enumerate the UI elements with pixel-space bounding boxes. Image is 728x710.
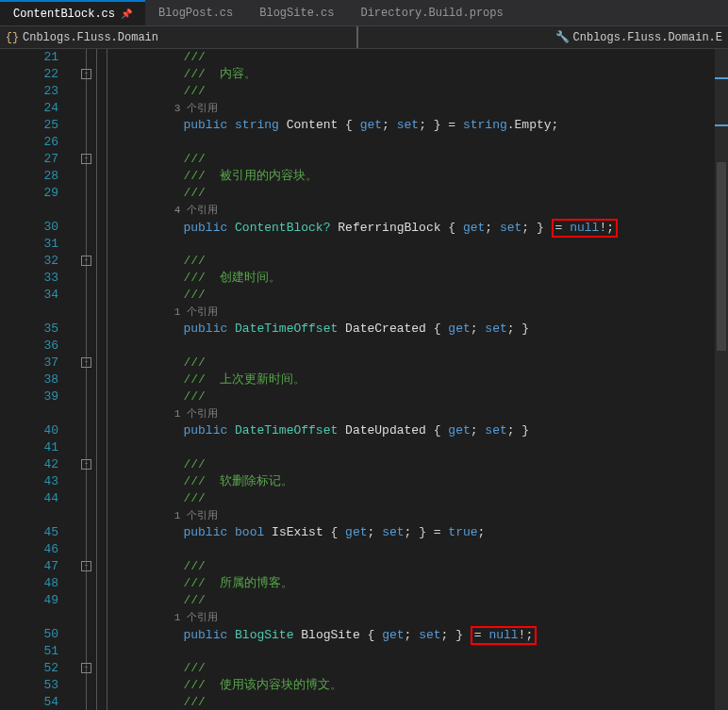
fold-toggle[interactable]: - — [81, 357, 91, 368]
line-number — [0, 405, 58, 422]
outline-row — [66, 219, 123, 236]
fold-toggle[interactable]: - — [81, 459, 91, 470]
code-line[interactable] — [124, 338, 728, 355]
tab-directory-build-props[interactable]: Directory.Build.props — [347, 0, 516, 25]
line-numbers: 2122232425262728293031323334353637383940… — [0, 49, 66, 710]
code-line[interactable] — [124, 134, 728, 151]
code-line[interactable]: /// — [124, 490, 728, 507]
fold-toggle[interactable]: - — [81, 561, 91, 571]
code-line[interactable]: 1 个引用 — [124, 405, 728, 422]
line-number: 36 — [0, 338, 58, 355]
outline-row: - — [66, 66, 123, 83]
code-line[interactable] — [124, 236, 728, 253]
code-line[interactable]: /// — [124, 355, 728, 372]
line-number: 28 — [0, 168, 58, 185]
outline-row — [66, 185, 123, 202]
code-line[interactable]: public BlogSite BlogSite { get; set; } =… — [124, 626, 728, 643]
outline-row — [66, 592, 123, 609]
line-number: 49 — [0, 592, 58, 609]
code-line[interactable]: 4 个引用 — [124, 202, 728, 219]
tab-contentblock[interactable]: ContentBlock.cs 📌 — [0, 0, 145, 25]
code-line[interactable]: /// — [124, 694, 728, 710]
code-line[interactable]: 1 个引用 — [124, 507, 728, 524]
tab-blogpost[interactable]: BlogPost.cs — [145, 0, 246, 25]
outline-row — [66, 507, 123, 524]
code-line[interactable]: /// — [124, 592, 728, 609]
line-number: 46 — [0, 541, 58, 558]
code-line[interactable]: 1 个引用 — [124, 304, 728, 321]
code-line[interactable]: /// — [124, 151, 728, 168]
code-line[interactable]: /// 上次更新时间。 — [124, 372, 728, 388]
code-line[interactable] — [124, 439, 728, 456]
breadcrumb-type[interactable]: 🔧 Cnblogs.Fluss.Domain.E — [556, 31, 722, 44]
line-number: 35 — [0, 321, 58, 338]
code-line[interactable] — [124, 643, 728, 660]
code-line[interactable]: /// — [124, 287, 728, 304]
outline-row: - — [66, 558, 123, 575]
code-content[interactable]: /// /// 内容。 /// 3 个引用 public string Cont… — [123, 49, 728, 710]
outline-row: - — [66, 456, 123, 473]
code-line[interactable]: /// — [124, 456, 728, 473]
fold-toggle[interactable]: - — [81, 663, 91, 673]
code-line[interactable]: /// 内容。 — [124, 66, 728, 83]
tab-label: BlogPost.cs — [158, 7, 233, 20]
code-line[interactable]: /// — [124, 660, 728, 677]
tab-label: ContentBlock.cs — [13, 8, 115, 21]
line-number — [0, 202, 58, 219]
line-number: 24 — [0, 100, 58, 117]
code-line[interactable]: /// 使用该内容块的博文。 — [124, 677, 728, 694]
line-number: 51 — [0, 643, 58, 660]
fold-toggle[interactable]: - — [81, 256, 91, 266]
code-editor[interactable]: 2122232425262728293031323334353637383940… — [0, 49, 728, 710]
outline-row — [66, 388, 123, 405]
outline-row: - — [66, 151, 123, 168]
code-line[interactable]: /// 所属的博客。 — [124, 575, 728, 592]
line-number: 45 — [0, 524, 58, 541]
scrollbar-thumb[interactable] — [717, 162, 726, 351]
code-line[interactable]: /// 创建时间。 — [124, 270, 728, 287]
pin-icon[interactable]: 📌 — [121, 8, 132, 20]
outline-row — [66, 134, 123, 151]
outline-row — [66, 439, 123, 456]
outline-row — [66, 473, 123, 490]
folding-column: ------- — [66, 49, 123, 710]
code-line[interactable]: /// — [124, 388, 728, 405]
code-line[interactable]: public bool IsExist { get; set; } = true… — [124, 524, 728, 541]
fold-toggle[interactable]: - — [81, 154, 91, 164]
breadcrumb-namespace[interactable]: {} Cnblogs.Fluss.Domain — [6, 31, 158, 44]
code-line[interactable]: /// 被引用的内容块。 — [124, 168, 728, 185]
outline-row — [66, 49, 123, 66]
code-line[interactable] — [124, 541, 728, 558]
line-number: 31 — [0, 236, 58, 253]
line-number: 52 — [0, 660, 58, 677]
vertical-scrollbar[interactable] — [715, 49, 728, 710]
outline-row — [66, 372, 123, 388]
outline-row — [66, 168, 123, 185]
outline-row — [66, 609, 123, 626]
outline-row — [66, 202, 123, 219]
line-number: 29 — [0, 185, 58, 202]
line-number: 53 — [0, 677, 58, 694]
code-line[interactable]: /// — [124, 558, 728, 575]
code-line[interactable]: /// 软删除标记。 — [124, 473, 728, 490]
code-line[interactable]: /// — [124, 185, 728, 202]
code-line[interactable]: /// — [124, 49, 728, 66]
line-number: 44 — [0, 490, 58, 507]
code-line[interactable]: 3 个引用 — [124, 100, 728, 117]
line-number — [0, 304, 58, 321]
tab-blogsite[interactable]: BlogSite.cs — [246, 0, 347, 25]
line-number: 27 — [0, 151, 58, 168]
outline-row — [66, 575, 123, 592]
line-number: 23 — [0, 83, 58, 100]
line-number: 47 — [0, 558, 58, 575]
code-line[interactable]: 1 个引用 — [124, 609, 728, 626]
code-line[interactable]: public DateTimeOffset DateUpdated { get;… — [124, 422, 728, 439]
code-line[interactable]: /// — [124, 253, 728, 270]
code-line[interactable]: public ContentBlock? ReferringBlock { ge… — [124, 219, 728, 236]
code-line[interactable]: public DateTimeOffset DateCreated { get;… — [124, 321, 728, 338]
scrollbar-marker — [715, 77, 728, 79]
code-line[interactable]: /// — [124, 83, 728, 100]
tab-label: Directory.Build.props — [360, 7, 503, 20]
fold-toggle[interactable]: - — [81, 69, 91, 79]
code-line[interactable]: public string Content { get; set; } = st… — [124, 117, 728, 134]
